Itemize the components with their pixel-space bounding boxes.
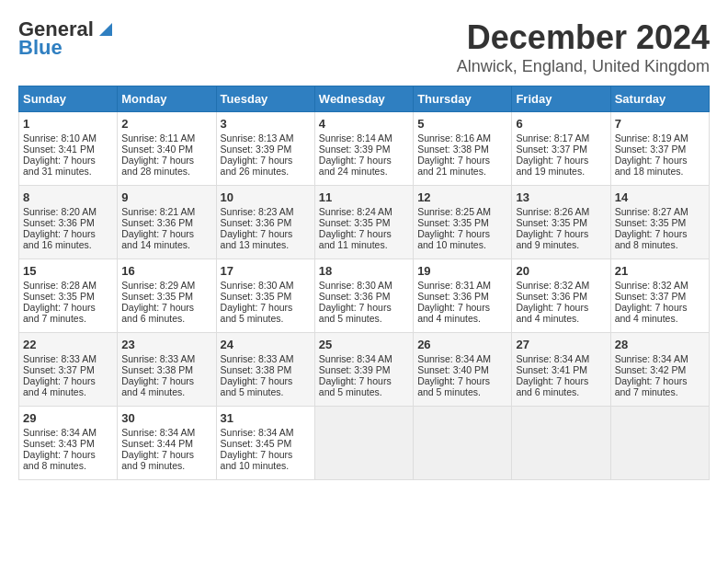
calendar-cell: 29Sunrise: 8:34 AMSunset: 3:43 PMDayligh…	[19, 407, 118, 480]
day-header-thursday: Thursday	[414, 86, 512, 112]
day-number: 30	[121, 411, 211, 425]
day-number: 3	[221, 117, 311, 131]
day-header-tuesday: Tuesday	[216, 86, 314, 112]
day-number: 14	[615, 190, 705, 204]
calendar-cell: 25Sunrise: 8:34 AMSunset: 3:39 PMDayligh…	[314, 333, 413, 407]
calendar-cell: 7Sunrise: 8:19 AMSunset: 3:37 PMDaylight…	[610, 112, 709, 186]
calendar-cell: 26Sunrise: 8:34 AMSunset: 3:40 PMDayligh…	[414, 333, 512, 407]
title-area: December 2024 Alnwick, England, United K…	[457, 18, 710, 76]
calendar-cell: 12Sunrise: 8:25 AMSunset: 3:35 PMDayligh…	[414, 186, 512, 259]
day-number: 10	[221, 190, 311, 204]
day-number: 28	[615, 338, 705, 351]
svg-marker-0	[99, 23, 112, 36]
calendar-cell: 30Sunrise: 8:34 AMSunset: 3:44 PMDayligh…	[118, 407, 216, 480]
calendar-cell	[314, 407, 413, 480]
day-header-sunday: Sunday	[19, 86, 118, 112]
day-number: 20	[516, 264, 606, 278]
day-header-saturday: Saturday	[610, 86, 709, 112]
calendar-cell: 14Sunrise: 8:27 AMSunset: 3:35 PMDayligh…	[610, 186, 709, 259]
calendar-cell: 23Sunrise: 8:33 AMSunset: 3:38 PMDayligh…	[118, 333, 216, 407]
day-number: 7	[615, 117, 705, 131]
week-row-5: 29Sunrise: 8:34 AMSunset: 3:43 PMDayligh…	[19, 407, 710, 480]
logo-icon	[96, 19, 112, 36]
calendar-cell: 17Sunrise: 8:30 AMSunset: 3:35 PMDayligh…	[216, 259, 314, 333]
day-number: 11	[319, 190, 409, 204]
month-title: December 2024	[457, 18, 710, 57]
day-number: 27	[516, 338, 606, 351]
calendar-cell: 8Sunrise: 8:20 AMSunset: 3:36 PMDaylight…	[19, 186, 118, 259]
calendar-cell: 18Sunrise: 8:30 AMSunset: 3:36 PMDayligh…	[314, 259, 413, 333]
calendar-cell: 1Sunrise: 8:10 AMSunset: 3:41 PMDaylight…	[19, 112, 118, 186]
day-number: 5	[417, 117, 507, 131]
day-number: 9	[121, 190, 211, 204]
calendar-cell: 28Sunrise: 8:34 AMSunset: 3:42 PMDayligh…	[610, 333, 709, 407]
day-number: 16	[121, 264, 211, 278]
day-number: 2	[121, 117, 211, 131]
day-number: 22	[23, 338, 113, 351]
day-number: 19	[417, 264, 507, 278]
day-number: 24	[221, 338, 311, 351]
calendar-cell: 21Sunrise: 8:32 AMSunset: 3:37 PMDayligh…	[610, 259, 709, 333]
day-number: 8	[23, 190, 113, 204]
day-number: 6	[516, 117, 606, 131]
calendar-cell	[512, 407, 610, 480]
day-number: 1	[23, 117, 113, 131]
calendar-cell: 19Sunrise: 8:31 AMSunset: 3:36 PMDayligh…	[414, 259, 512, 333]
calendar-cell	[610, 407, 709, 480]
calendar-header-row: SundayMondayTuesdayWednesdayThursdayFrid…	[19, 86, 710, 112]
calendar-cell: 5Sunrise: 8:16 AMSunset: 3:38 PMDaylight…	[414, 112, 512, 186]
week-row-3: 15Sunrise: 8:28 AMSunset: 3:35 PMDayligh…	[19, 259, 710, 333]
day-number: 17	[221, 264, 311, 278]
day-header-friday: Friday	[512, 86, 610, 112]
calendar-cell: 31Sunrise: 8:34 AMSunset: 3:45 PMDayligh…	[216, 407, 314, 480]
calendar-cell: 4Sunrise: 8:14 AMSunset: 3:39 PMDaylight…	[314, 112, 413, 186]
calendar-cell: 22Sunrise: 8:33 AMSunset: 3:37 PMDayligh…	[19, 333, 118, 407]
week-row-1: 1Sunrise: 8:10 AMSunset: 3:41 PMDaylight…	[19, 112, 710, 186]
calendar-table: SundayMondayTuesdayWednesdayThursdayFrid…	[18, 86, 710, 480]
logo: General Blue	[18, 18, 112, 59]
calendar-body: 1Sunrise: 8:10 AMSunset: 3:41 PMDaylight…	[19, 112, 710, 480]
logo-blue: Blue	[18, 37, 63, 59]
calendar-cell	[414, 407, 512, 480]
calendar-cell: 24Sunrise: 8:33 AMSunset: 3:38 PMDayligh…	[216, 333, 314, 407]
day-number: 12	[417, 190, 507, 204]
calendar-cell: 16Sunrise: 8:29 AMSunset: 3:35 PMDayligh…	[118, 259, 216, 333]
calendar-cell: 20Sunrise: 8:32 AMSunset: 3:36 PMDayligh…	[512, 259, 610, 333]
day-number: 21	[615, 264, 705, 278]
day-number: 26	[417, 338, 507, 351]
calendar-cell: 15Sunrise: 8:28 AMSunset: 3:35 PMDayligh…	[19, 259, 118, 333]
day-number: 25	[319, 338, 409, 351]
day-number: 4	[319, 117, 409, 131]
calendar-cell: 13Sunrise: 8:26 AMSunset: 3:35 PMDayligh…	[512, 186, 610, 259]
day-number: 31	[221, 411, 311, 425]
location-title: Alnwick, England, United Kingdom	[457, 57, 710, 76]
day-number: 29	[23, 411, 113, 425]
day-number: 13	[516, 190, 606, 204]
day-number: 18	[319, 264, 409, 278]
day-header-monday: Monday	[118, 86, 216, 112]
day-header-wednesday: Wednesday	[314, 86, 413, 112]
calendar-cell: 9Sunrise: 8:21 AMSunset: 3:36 PMDaylight…	[118, 186, 216, 259]
day-number: 23	[121, 338, 211, 351]
calendar-cell: 3Sunrise: 8:13 AMSunset: 3:39 PMDaylight…	[216, 112, 314, 186]
week-row-4: 22Sunrise: 8:33 AMSunset: 3:37 PMDayligh…	[19, 333, 710, 407]
day-number: 15	[23, 264, 113, 278]
calendar-cell: 2Sunrise: 8:11 AMSunset: 3:40 PMDaylight…	[118, 112, 216, 186]
calendar-cell: 11Sunrise: 8:24 AMSunset: 3:35 PMDayligh…	[314, 186, 413, 259]
header: General Blue December 2024 Alnwick, Engl…	[18, 18, 710, 76]
calendar-cell: 10Sunrise: 8:23 AMSunset: 3:36 PMDayligh…	[216, 186, 314, 259]
week-row-2: 8Sunrise: 8:20 AMSunset: 3:36 PMDaylight…	[19, 186, 710, 259]
calendar-cell: 6Sunrise: 8:17 AMSunset: 3:37 PMDaylight…	[512, 112, 610, 186]
calendar-cell: 27Sunrise: 8:34 AMSunset: 3:41 PMDayligh…	[512, 333, 610, 407]
